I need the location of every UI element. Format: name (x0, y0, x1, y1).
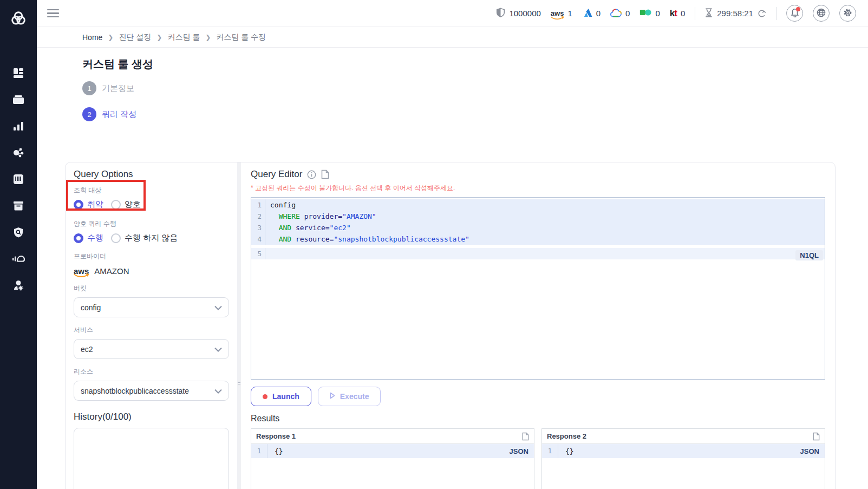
panel-splitter[interactable] (237, 162, 241, 489)
record-dot-icon (263, 394, 267, 399)
notifications-button[interactable] (786, 5, 803, 22)
bar-chart-icon[interactable] (11, 120, 26, 132)
app-logo-icon[interactable] (6, 8, 30, 34)
settings-button[interactable] (839, 5, 856, 22)
copy-icon[interactable] (813, 432, 820, 441)
copy-icon[interactable] (522, 432, 529, 441)
execute-button[interactable]: Execute (318, 387, 381, 406)
code-text: WHERE provider="AMAZON" (265, 211, 376, 222)
step-label: 쿼리 작성 (102, 109, 136, 120)
provider-value-row: aws AMAZON (74, 266, 229, 276)
gcp-count: 0 (610, 8, 630, 19)
inbox-tray-icon[interactable] (11, 94, 26, 106)
audio-cloud-icon[interactable] (11, 253, 26, 265)
azure-count: 0 (582, 8, 601, 19)
code-line[interactable]: 1config (251, 199, 825, 211)
breadcrumb: Home ❯ 진단 설정 ❯ 커스텀 룰 ❯ 커스텀 룰 수정 (37, 27, 868, 48)
language-button[interactable] (813, 5, 830, 22)
user-settings-icon[interactable] (11, 279, 26, 291)
response-content: {} (558, 447, 574, 455)
response-2-panel: Response 2 1 {} JSON (541, 428, 825, 489)
results-title: Results (251, 414, 825, 423)
gear-icon (843, 8, 852, 19)
page-title: 커스텀 룰 생성 (82, 57, 836, 71)
resource-select[interactable]: snapshotblockpublicaccessstate (74, 381, 229, 401)
breadcrumb-custom-rule[interactable]: 커스텀 룰 (167, 32, 200, 42)
provider-label: 프로바이더 (74, 252, 229, 261)
radio-icon (74, 233, 83, 243)
launch-button[interactable]: Launch (251, 387, 311, 406)
chevron-down-icon (214, 387, 222, 395)
page-content: 커스텀 룰 생성 1 기본정보 2 쿼리 작성 Query Options 조회… (37, 48, 868, 489)
shield-search-icon[interactable] (11, 226, 26, 238)
dashboard-icon[interactable] (11, 67, 26, 79)
bucket-select[interactable]: config (74, 297, 229, 317)
main-area: 1000000 aws 1 0 0 0 (37, 0, 868, 489)
azure-count-value: 0 (596, 9, 601, 18)
barcode-scan-icon[interactable] (11, 173, 26, 185)
cluster-icon[interactable] (11, 147, 26, 159)
code-line[interactable]: 3 AND service="ec2" (251, 222, 825, 233)
breadcrumb-home[interactable]: Home (82, 33, 102, 42)
provider-value: AMAZON (94, 266, 129, 276)
gcp-count-value: 0 (625, 9, 630, 18)
top-bar: 1000000 aws 1 0 0 0 (37, 0, 868, 27)
radio-icon (111, 233, 121, 243)
splitter-grip-icon (238, 382, 240, 384)
radio-label: 취약 (87, 199, 103, 210)
refresh-icon[interactable] (758, 9, 766, 18)
bucket-label: 버킷 (74, 284, 229, 293)
chevron-down-icon (214, 303, 222, 312)
response-line[interactable]: 1 {} JSON (542, 444, 825, 458)
code-line[interactable]: 5 (251, 248, 825, 259)
code-text: AND resource="snapshotblockpublicaccesss… (265, 233, 469, 245)
copy-icon[interactable] (321, 169, 329, 179)
editor-actions: Launch Execute (251, 387, 825, 406)
step-number: 1 (82, 81, 96, 95)
editor-warning: * 고정된 쿼리는 수정이 불가합니다. 옵션 선택 후 이어서 작성해주세요. (251, 184, 825, 193)
kt-count-value: 0 (681, 9, 685, 18)
code-line[interactable]: 2 WHERE provider="AMAZON" (251, 211, 825, 222)
info-icon[interactable] (307, 170, 316, 179)
line-number: 1 (251, 444, 267, 458)
language-badge: N1QL (795, 250, 823, 260)
aws-count-value: 1 (567, 9, 572, 18)
code-editor[interactable]: 1config2 WHERE provider="AMAZON"3 AND se… (251, 197, 825, 380)
format-badge: JSON (510, 447, 528, 455)
azure-logo (582, 8, 592, 19)
chevron-down-icon (214, 345, 222, 354)
sidebar-nav (11, 67, 26, 291)
response-line[interactable]: 1 {} JSON (251, 444, 534, 458)
line-number: 2 (251, 211, 265, 222)
line-number: 3 (251, 222, 265, 233)
response-2-header: Response 2 (542, 429, 825, 444)
service-value: ec2 (81, 345, 93, 354)
radio-label: 수행 하지 않음 (125, 233, 178, 243)
code-line[interactable]: 4 AND resource="snapshotblockpublicacces… (251, 233, 825, 245)
resource-label: 리소스 (74, 367, 229, 376)
radio-vulnerable[interactable]: 취약 (74, 199, 103, 210)
good-query-radio-group: 수행 수행 하지 않음 (74, 233, 229, 243)
radio-run[interactable]: 수행 (74, 233, 103, 243)
breadcrumb-diagnosis-settings[interactable]: 진단 설정 (119, 32, 151, 42)
bucket-value: config (81, 303, 101, 312)
code-text (265, 248, 270, 259)
query-panel: Query Options 조회 대상 취약 양호 양호 쿼리 수행 (65, 162, 836, 489)
breadcrumb-custom-rule-edit[interactable]: 커스텀 룰 수정 (216, 32, 266, 42)
line-number: 4 (251, 233, 265, 245)
results-responses: Response 1 1 {} JSON Response 2 (251, 428, 825, 489)
menu-toggle-icon[interactable] (47, 9, 59, 18)
radio-label: 양호 (125, 199, 141, 210)
archive-box-icon[interactable] (11, 200, 26, 212)
kt-count: kt 0 (670, 8, 685, 19)
step-number: 2 (82, 107, 96, 121)
notification-badge (796, 7, 800, 11)
radio-no-run[interactable]: 수행 하지 않음 (111, 233, 178, 243)
service-select[interactable]: ec2 (74, 339, 229, 359)
query-editor-title: Query Editor (251, 169, 302, 180)
history-title: History(0/100) (74, 412, 229, 422)
step-label: 기본정보 (102, 83, 134, 94)
line-number: 5 (251, 248, 265, 259)
radio-good[interactable]: 양호 (111, 199, 141, 210)
history-list[interactable] (74, 428, 229, 489)
